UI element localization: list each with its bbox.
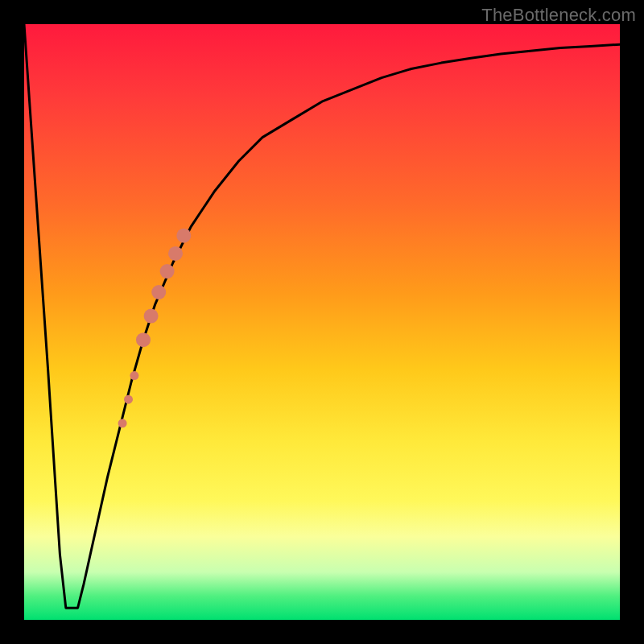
plot-area [24, 24, 620, 620]
curve-marker [124, 395, 133, 404]
chart-frame: TheBottleneck.com [0, 0, 644, 644]
curve-marker [130, 371, 138, 380]
curve-markers [118, 229, 192, 428]
curve-marker [144, 309, 159, 324]
curve-marker [151, 285, 166, 299]
curve-marker [118, 419, 127, 427]
bottleneck-curve [24, 24, 620, 608]
curve-marker [136, 332, 151, 347]
chart-svg [24, 24, 620, 620]
curve-marker [168, 246, 183, 261]
curve-marker [176, 229, 191, 243]
watermark-text: TheBottleneck.com [481, 5, 636, 26]
curve-marker [160, 264, 175, 279]
